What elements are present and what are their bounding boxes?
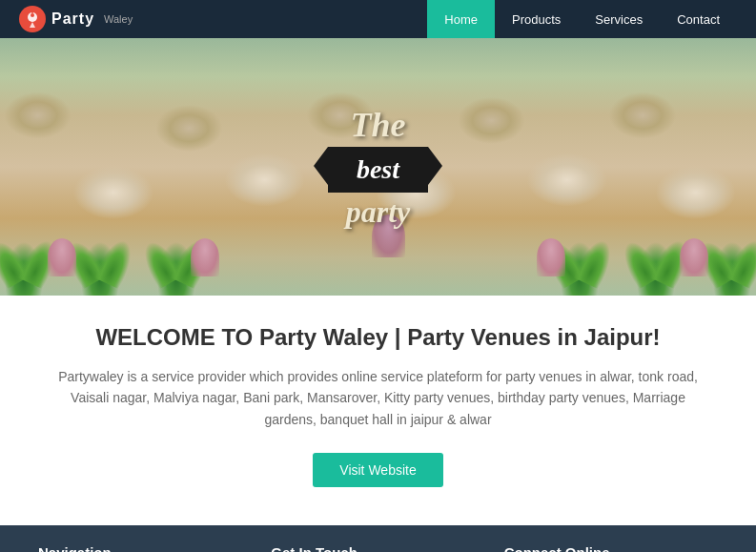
footer-contact-title: Get In Touch	[271, 544, 484, 552]
banner-party-text: party	[328, 194, 428, 230]
brand-name: Party	[51, 10, 94, 28]
brand-tagline: Waley	[104, 13, 133, 25]
svg-marker-1	[30, 22, 35, 28]
banner-the-text: The	[328, 105, 428, 145]
nav-home[interactable]: Home	[427, 0, 495, 38]
hero-banner: The best party	[328, 105, 428, 230]
footer-navigation: Navigation Home Products Services	[38, 544, 252, 552]
navbar-logo-icon	[19, 6, 46, 32]
nav-contact[interactable]: Contact	[660, 0, 737, 38]
bow-decoration-5	[680, 238, 708, 276]
nav-products[interactable]: Products	[495, 0, 578, 38]
footer-contact: Get In Touch E-mail: partywaley@gmail.co…	[271, 544, 484, 552]
navbar: Party Waley Home Products Services Conta…	[0, 0, 756, 38]
footer-grid: Navigation Home Products Services Get In…	[0, 544, 756, 552]
navbar-brand: Party Waley	[19, 6, 133, 32]
navbar-nav: Home Products Services Contact	[427, 0, 737, 38]
main-description: Partywaley is a service provider which p…	[54, 366, 703, 430]
nav-services[interactable]: Services	[578, 0, 660, 38]
banner-best-text: best	[328, 147, 428, 193]
footer-social-title: Connect Online	[504, 544, 718, 552]
footer: Navigation Home Products Services Get In…	[0, 525, 756, 552]
svg-point-2	[31, 13, 34, 17]
bow-decoration-4	[537, 238, 565, 276]
visit-website-button[interactable]: Visit Website	[313, 453, 442, 487]
bow-decoration-2	[191, 238, 219, 276]
hero-section: The best party	[0, 38, 756, 296]
footer-social: Connect Online f Facebook. ● Instagram	[504, 544, 718, 552]
footer-nav-title: Navigation	[38, 544, 252, 552]
main-content: WELCOME TO Party Waley | Party Venues in…	[0, 296, 756, 525]
main-title: WELCOME TO Party Waley | Party Venues in…	[19, 324, 737, 351]
bow-decoration-1	[48, 238, 76, 276]
